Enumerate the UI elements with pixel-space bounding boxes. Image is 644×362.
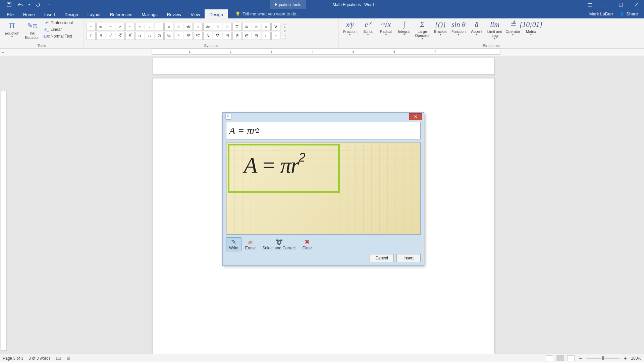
structure-large-operator[interactable]: ΣLarge Operator	[414, 19, 431, 41]
equation-button[interactable]: π Equation	[3, 19, 21, 38]
vertical-ruler[interactable]	[1, 91, 7, 351]
undo-icon[interactable]	[16, 1, 25, 8]
tab-review[interactable]: Review	[162, 9, 186, 18]
insert-button[interactable]: Insert	[396, 254, 421, 262]
symbol-cell[interactable]: ~	[125, 23, 135, 31]
structure-matrix[interactable]: [10;01]Matrix	[523, 19, 539, 37]
tab-design[interactable]: Design	[60, 9, 83, 18]
spellcheck-icon[interactable]: 📖	[56, 356, 61, 361]
tab-insert[interactable]: Insert	[40, 9, 60, 18]
symbol-cell[interactable]: ∋	[252, 32, 261, 40]
symbol-cell[interactable]: ∪	[135, 32, 144, 40]
symbol-cell[interactable]: ∜	[125, 32, 135, 40]
structure-bracket[interactable]: {()}Bracket	[432, 19, 449, 37]
tab-equation-design[interactable]: Design	[205, 9, 227, 18]
structure-radical[interactable]: ⁿ√xRadical	[378, 19, 394, 37]
symbols-scroll-down[interactable]: ▼	[283, 29, 287, 34]
symbol-cell[interactable]: ≪	[184, 23, 193, 31]
symbol-cell[interactable]: ∀	[271, 23, 280, 31]
symbol-cell[interactable]: ∞	[96, 23, 105, 31]
signed-in-user[interactable]: Mark LaBarr	[589, 11, 613, 16]
symbol-cell[interactable]: ←	[262, 32, 271, 40]
symbol-cell[interactable]: <	[174, 23, 183, 31]
symbol-cell[interactable]: ∈	[242, 32, 251, 40]
symbol-cell[interactable]: ≤	[213, 23, 222, 31]
zoom-in-button[interactable]: +	[623, 356, 628, 361]
symbol-cell[interactable]: ≥	[223, 23, 232, 31]
structure-fraction[interactable]: x⁄yFraction	[341, 19, 358, 37]
minimize-icon[interactable]	[598, 0, 613, 9]
ink-canvas[interactable]: A = πr2	[226, 142, 421, 235]
structure-function[interactable]: sin θFunction	[450, 19, 467, 37]
symbol-cell[interactable]: C	[87, 32, 96, 40]
ribbon-display-options-icon[interactable]	[582, 0, 598, 9]
tab-layout[interactable]: Layout	[83, 9, 105, 18]
symbol-cell[interactable]: ∄	[232, 32, 241, 40]
save-icon[interactable]	[5, 1, 13, 8]
zoom-slider[interactable]	[586, 358, 620, 359]
symbol-cell[interactable]: %	[164, 32, 173, 40]
symbol-cell[interactable]: ≅	[242, 23, 251, 31]
print-layout-view[interactable]	[556, 355, 564, 361]
structure-limit-and-log[interactable]: limLimit and Log	[486, 19, 503, 41]
structure-integral[interactable]: ∫Integral	[396, 19, 413, 37]
symbol-cell[interactable]: ∇	[213, 32, 222, 40]
page-status[interactable]: Page 3 of 3	[3, 356, 23, 361]
symbol-cell[interactable]: ∅	[155, 32, 164, 40]
symbols-more[interactable]: ▾	[283, 34, 287, 39]
horizontal-ruler[interactable]: 1234567	[152, 49, 500, 55]
symbols-scroll-up[interactable]: ▲	[283, 24, 287, 29]
symbol-cell[interactable]: ÷	[145, 23, 154, 31]
share-button[interactable]: 👤 Share	[619, 11, 638, 16]
symbol-cell[interactable]: ±	[87, 23, 96, 31]
tab-selector[interactable]: ⌐	[0, 49, 6, 56]
symbol-cell[interactable]: ℃	[194, 32, 203, 40]
close-icon[interactable]	[629, 0, 644, 9]
structure-accent[interactable]: äAccent	[468, 19, 485, 37]
tab-mailings[interactable]: Mailings	[137, 9, 162, 18]
tab-home[interactable]: Home	[18, 9, 40, 18]
symbol-cell[interactable]: ℉	[184, 32, 193, 40]
cancel-button[interactable]: Cancel	[370, 254, 394, 262]
macro-icon[interactable]: ▦	[66, 356, 70, 361]
symbol-cell[interactable]: =	[106, 23, 115, 31]
professional-button[interactable]: eˣProfessional	[43, 20, 74, 26]
dialog-titlebar[interactable]: ✕	[223, 113, 424, 121]
zoom-out-button[interactable]: −	[578, 356, 583, 361]
read-mode-view[interactable]	[546, 355, 553, 361]
undo-more-icon[interactable]: ▾	[28, 1, 31, 8]
symbol-cell[interactable]: °	[174, 32, 183, 40]
ink-equation-button[interactable]: ✎π Ink Equation	[23, 19, 42, 40]
dialog-close-button[interactable]: ✕	[409, 113, 422, 120]
symbol-cell[interactable]: ×	[135, 23, 144, 31]
symbol-cell[interactable]: ∆	[203, 32, 212, 40]
symbol-cell[interactable]: √	[106, 32, 115, 40]
structure-script[interactable]: eˣScript	[360, 19, 376, 37]
symbol-cell[interactable]: ≡	[262, 23, 271, 31]
symbol-cell[interactable]: ∛	[116, 32, 125, 40]
symbol-cell[interactable]: ∩	[145, 32, 154, 40]
clear-tool[interactable]: ✖Clear	[300, 237, 315, 251]
tab-references[interactable]: References	[105, 9, 137, 18]
symbol-cell[interactable]: ∓	[232, 23, 241, 31]
symbol-cell[interactable]: ∂	[96, 32, 105, 40]
linear-button[interactable]: e_Linear	[43, 26, 74, 33]
symbol-cell[interactable]: !	[155, 23, 164, 31]
tell-me-search[interactable]: 💡 Tell me what you want to do...	[228, 9, 300, 18]
maximize-icon[interactable]	[613, 0, 629, 9]
zoom-percent[interactable]: 100%	[631, 356, 641, 361]
tab-file[interactable]: File	[2, 9, 18, 18]
normal-text-button[interactable]: abcNormal Text	[43, 33, 74, 39]
symbol-cell[interactable]: ≈	[252, 23, 261, 31]
web-layout-view[interactable]	[567, 355, 575, 361]
symbol-cell[interactable]: ↑	[271, 32, 280, 40]
write-tool[interactable]: ✎Write	[226, 237, 241, 251]
word-count[interactable]: 3 of 3 words	[29, 356, 50, 361]
symbol-cell[interactable]: ∝	[164, 23, 173, 31]
symbol-cell[interactable]: ≠	[116, 23, 125, 31]
select-correct-tool[interactable]: ➰Select and Correct	[259, 237, 299, 251]
symbol-cell[interactable]: ∃	[223, 32, 232, 40]
erase-tool[interactable]: ▰Erase	[242, 237, 259, 251]
qat-customize-icon[interactable]: ⁼	[45, 1, 54, 8]
symbol-cell[interactable]: ≫	[203, 23, 212, 31]
